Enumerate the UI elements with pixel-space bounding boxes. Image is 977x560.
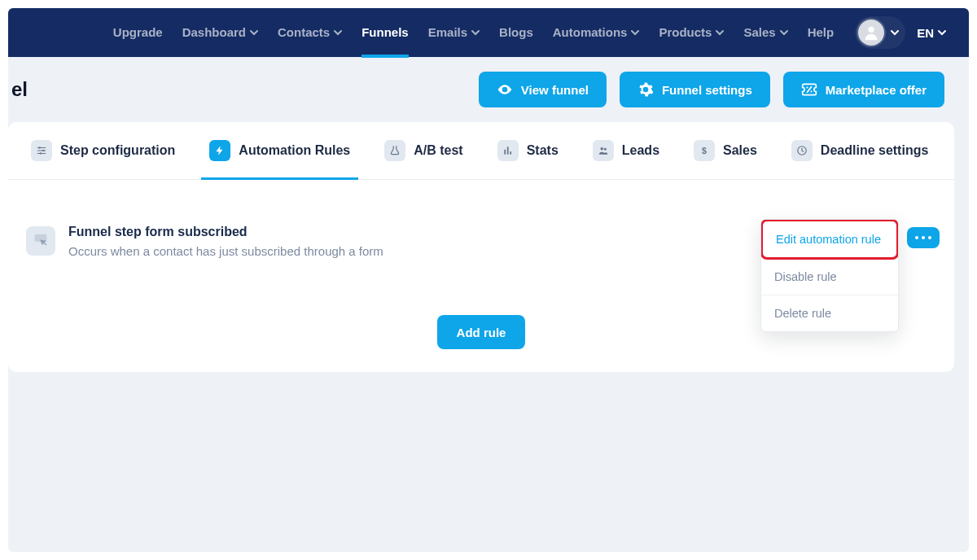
nav-help[interactable]: Help [808,8,835,57]
action-buttons: View funnel Funnel settings Marketplace … [479,72,944,107]
svg-rect-7 [504,150,506,155]
bolt-icon [209,140,230,161]
chevron-down-icon [250,28,258,37]
funnel-settings-button[interactable]: Funnel settings [620,72,770,107]
tab-sales[interactable]: $ Sales [690,122,760,179]
nav-links: Upgrade Dashboard Contacts Funnels Email… [113,8,834,57]
svg-point-6 [40,152,42,154]
dot-icon [915,236,918,239]
tabs: Step configuration Automation Rules A/B … [8,122,954,180]
chevron-down-icon [891,28,899,37]
nav-upgrade[interactable]: Upgrade [113,8,163,57]
nav-funnels[interactable]: Funnels [361,8,409,57]
tab-deadline-settings[interactable]: Deadline settings [788,122,931,179]
sliders-icon [31,140,52,161]
tab-step-configuration[interactable]: Step configuration [28,122,178,179]
ticket-icon [801,81,817,98]
person-icon [862,24,880,42]
add-rule-button[interactable]: Add rule [437,315,526,349]
eye-icon [497,81,513,98]
dot-icon [928,236,931,239]
content-card: Step configuration Automation Rules A/B … [8,122,954,372]
nav-sales[interactable]: Sales [743,8,787,57]
marketplace-offer-button[interactable]: Marketplace offer [783,72,944,107]
chart-icon [497,140,519,161]
nav-automations[interactable]: Automations [553,8,640,57]
more-actions-button[interactable] [907,227,940,248]
chevron-down-icon [780,28,788,37]
tab-automation-rules[interactable]: Automation Rules [206,122,353,179]
clock-icon [791,140,813,161]
svg-point-3 [810,90,812,92]
edit-automation-rule-item[interactable]: Edit automation rule [760,219,899,260]
view-funnel-button[interactable]: View funnel [479,72,607,107]
pointer-icon [26,226,55,256]
language-switch[interactable]: EN [917,26,946,40]
svg-rect-8 [507,147,509,154]
dollar-icon: $ [694,140,715,161]
svg-point-1 [503,88,506,90]
svg-point-4 [39,147,41,148]
svg-point-0 [868,27,874,33]
flask-icon [384,140,405,161]
svg-point-5 [42,150,44,151]
nav-right: EN [855,16,946,49]
page-title: el [11,78,28,101]
page-header: el View funnel Funnel settings Marketpla… [8,57,969,122]
svg-point-2 [806,86,808,88]
chevron-down-icon [938,28,946,37]
tab-leads[interactable]: Leads [589,122,663,179]
users-icon [593,140,614,161]
tab-stats[interactable]: Stats [494,122,562,179]
nav-products[interactable]: Products [659,8,724,57]
svg-text:$: $ [702,146,707,155]
svg-point-11 [604,148,607,151]
top-navbar: Upgrade Dashboard Contacts Funnels Email… [8,8,969,57]
nav-blogs[interactable]: Blogs [499,8,533,57]
chevron-down-icon [334,28,342,37]
chevron-down-icon [716,28,724,37]
tab-ab-test[interactable]: A/B test [381,122,466,179]
gear-icon [637,81,654,98]
chevron-down-icon [631,28,639,37]
avatar [857,18,886,47]
dot-icon [922,236,925,239]
nav-emails[interactable]: Emails [428,8,480,57]
nav-contacts[interactable]: Contacts [278,8,342,57]
svg-rect-9 [510,151,511,155]
actions-dropdown: Edit automation rule Disable rule Delete… [760,219,899,332]
nav-dashboard[interactable]: Dashboard [182,8,258,57]
delete-rule-item[interactable]: Delete rule [761,295,898,331]
chevron-down-icon [471,28,480,37]
svg-point-10 [600,147,603,151]
disable-rule-item[interactable]: Disable rule [761,259,898,295]
automation-rule-row: Funnel step form subscribed Occurs when … [8,180,954,266]
user-menu[interactable] [855,16,905,49]
